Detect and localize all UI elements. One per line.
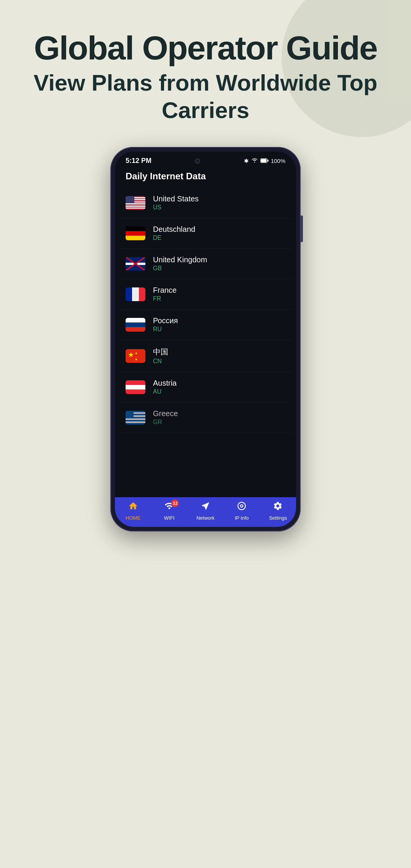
country-code-de: DE [153, 235, 195, 241]
status-icons: ✱ [244, 158, 285, 164]
country-item-de[interactable]: Deutschland DE [119, 218, 292, 249]
nav-item-ipinfo[interactable]: IP info [224, 501, 260, 521]
cn-star-main: ★ [128, 351, 134, 358]
svg-point-4 [238, 503, 245, 510]
country-name-cn: 中国 [153, 347, 168, 357]
svg-rect-2 [268, 160, 269, 162]
country-name-us: United States [153, 195, 199, 203]
country-name-gr: Greece [153, 409, 178, 418]
country-info-us: United States US [153, 195, 199, 211]
country-code-gr: GR [153, 419, 178, 426]
svg-rect-3 [261, 159, 266, 163]
bluetooth-icon: ✱ [244, 158, 249, 164]
country-info-fr: France FR [153, 286, 177, 302]
flag-gb [126, 257, 145, 271]
wifi-icon [251, 158, 258, 164]
network-icon [201, 501, 210, 514]
flag-gr [126, 411, 145, 424]
phone-outer: 5:12 PM ✱ [110, 147, 301, 531]
nav-label-network: Network [196, 515, 215, 521]
app-header: Daily Internet Data [115, 168, 296, 188]
nav-item-network[interactable]: Network [187, 501, 223, 521]
header-section: Global Operator Guide View Plans from Wo… [0, 0, 411, 139]
country-name-fr: France [153, 286, 177, 295]
flag-cn: ★ ★★★★ [126, 349, 145, 363]
country-item-fr[interactable]: France FR [119, 279, 292, 310]
nav-item-wifi[interactable]: 12 WIFI [151, 501, 187, 521]
country-item-cn[interactable]: ★ ★★★★ 中国 CN [119, 340, 292, 372]
status-time: 5:12 PM [126, 157, 151, 165]
country-item-us[interactable]: United States US [119, 188, 292, 218]
cn-stars-small: ★★★★ [135, 350, 138, 363]
flag-de [126, 227, 145, 240]
ipinfo-icon [237, 501, 247, 514]
flag-ru [126, 318, 145, 332]
flag-at [126, 380, 145, 394]
country-info-ru: Россия RU [153, 316, 178, 333]
app-title: Daily Internet Data [126, 171, 206, 181]
status-bar: 5:12 PM ✱ [115, 152, 296, 168]
bottom-nav: HOME 12 WIFI [115, 497, 296, 527]
svg-point-0 [254, 162, 255, 163]
country-name-ru: Россия [153, 316, 178, 325]
country-code-at: AU [153, 388, 177, 395]
country-list: United States US Deutschland [115, 188, 296, 497]
phone-mockup: 5:12 PM ✱ [110, 147, 301, 531]
battery-percentage: 100% [271, 158, 285, 164]
country-item-gr[interactable]: Greece GR [119, 402, 292, 433]
camera-notch [195, 158, 200, 164]
wifi-badge: 12 [171, 499, 179, 507]
svg-point-5 [241, 505, 243, 507]
nav-label-settings: Settings [269, 515, 287, 521]
battery-icon [260, 158, 269, 164]
nav-item-home[interactable]: HOME [115, 501, 151, 521]
country-info-gb: United Kingdom GB [153, 255, 207, 272]
country-info-gr: Greece GR [153, 409, 178, 426]
country-name-gb: United Kingdom [153, 255, 207, 264]
country-item-gb[interactable]: United Kingdom GB [119, 249, 292, 279]
phone-inner: 5:12 PM ✱ [115, 152, 296, 527]
sub-title: View Plans from Worldwide Top Carriers [15, 69, 396, 124]
nav-label-wifi: WIFI [164, 515, 174, 521]
country-item-at[interactable]: Austria AU [119, 372, 292, 402]
country-info-at: Austria AU [153, 379, 177, 395]
country-info-de: Deutschland DE [153, 225, 195, 241]
country-code-fr: FR [153, 295, 177, 302]
country-code-gb: GB [153, 265, 207, 272]
flag-fr [126, 287, 145, 301]
nav-item-settings[interactable]: Settings [260, 501, 296, 521]
country-item-ru[interactable]: Россия RU [119, 310, 292, 340]
nav-label-ipinfo: IP info [235, 515, 249, 521]
nav-label-home: HOME [126, 515, 140, 521]
country-code-us: US [153, 204, 199, 211]
country-code-ru: RU [153, 326, 178, 333]
country-name-de: Deutschland [153, 225, 195, 234]
country-code-cn: CN [153, 358, 168, 365]
flag-us [126, 196, 145, 210]
home-icon [128, 501, 138, 514]
main-title: Global Operator Guide [15, 30, 396, 65]
country-info-cn: 中国 CN [153, 347, 168, 365]
settings-icon [273, 501, 283, 514]
country-name-at: Austria [153, 379, 177, 388]
